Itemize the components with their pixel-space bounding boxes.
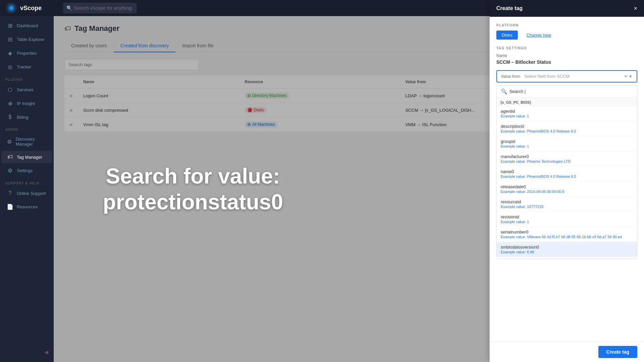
sidebar-item-label: Tag Manager [17, 155, 42, 160]
sidebar-item-table-explorer[interactable]: ⊟ Table Explorer [1, 33, 52, 46]
item-name: agentid [501, 109, 633, 114]
example-label: Example value: [501, 114, 526, 118]
item-name: serialnumber0 [501, 229, 633, 235]
tag-settings-section: Name SCCM – Bitlocker Status [496, 53, 637, 65]
example-label: Example value: [501, 220, 526, 224]
support-label: SUPPORT & HELP [0, 177, 54, 187]
item-example: Example value: 1 [501, 114, 633, 118]
item-name: name0 [501, 169, 633, 174]
sidebar-item-label: Tracker [17, 64, 32, 69]
item-name: revisionid [501, 214, 633, 219]
dropdown-item-softwareelementid0[interactable]: softwareelementid0 Example value: Phoeni… [497, 257, 637, 259]
sidebar-item-resources[interactable]: 📄 Resources [1, 200, 52, 213]
item-example: Example value: 1 [501, 220, 633, 224]
example-label: Example value: [501, 235, 526, 239]
item-example: Example value: 6.00 [501, 250, 633, 254]
item-name: resourceid [501, 199, 633, 204]
dropdown-search-input[interactable] [509, 89, 633, 94]
platform-disks-button[interactable]: Disks [496, 31, 518, 40]
svg-point-2 [10, 6, 13, 10]
dropdown-item-name0[interactable]: name0 Example value: PhoenixBIOS 4.0 Rel… [497, 166, 637, 182]
sidebar-item-tag-manager[interactable]: 🏷 Tag Manager [1, 151, 52, 163]
sidebar-item-discovery-manager[interactable]: ⚙ Discovery Manager [1, 133, 52, 150]
example-label: Example value: [501, 174, 526, 178]
value-from-select[interactable]: Select field from SCCM [523, 73, 629, 79]
item-example: Example value: PhoenixBIOS 4.0 Release 6… [501, 174, 633, 178]
table-icon: ⊟ [7, 36, 13, 43]
admin-label: ADMIN [0, 124, 54, 133]
sidebar-item-online-support[interactable]: ? Online Support [1, 187, 52, 200]
discovery-icon: ⚙ [7, 139, 12, 145]
resources-icon: 📄 [7, 204, 13, 210]
dropdown-item-serialnumber0[interactable]: serialnumber0 Example value: VMware-56 4… [497, 227, 637, 242]
search-icon: 🔍 [66, 5, 72, 11]
dropdown-item-agentid[interactable]: agentid Example value: 1 [497, 106, 637, 121]
sidebar-item-settings[interactable]: ⚙ Settings [1, 164, 52, 177]
sidebar-collapse: ◀ [0, 345, 54, 359]
settings-icon: ⚙ [7, 167, 13, 174]
properties-icon: ◈ [7, 50, 13, 56]
sidebar-item-label: Resources [17, 204, 38, 209]
value-from-label: Value from [501, 74, 520, 79]
example-value: PhoenixBIOS 4.0 Release 6.0 [527, 129, 576, 133]
services-icon: ⬡ [7, 87, 13, 93]
tracker-icon: ◎ [7, 64, 13, 70]
dropdown-container: 🔍 [v_GS_PC_BIOS] agentid Example value: … [496, 85, 637, 259]
item-name: description0 [501, 124, 633, 129]
item-example: Example value: PhoenixBIOS 4.0 Release 6… [501, 129, 633, 133]
item-example: Example value: Phoenix Technologies LTD [501, 159, 633, 163]
panel-close-button[interactable]: × [634, 5, 637, 11]
value-from-row: Value from Select field from SCCM ▼ [496, 70, 637, 83]
example-value: 1 [527, 220, 529, 224]
sidebar-item-properties[interactable]: ◈ Properties [1, 47, 52, 60]
logo-text: vScope [20, 5, 42, 12]
dropdown-item-description0[interactable]: description0 Example value: PhoenixBIOS … [497, 121, 637, 136]
tag-name-value: SCCM – Bitlocker Status [496, 59, 637, 65]
dropdown-search-row: 🔍 [497, 86, 637, 98]
example-label: Example value: [501, 190, 526, 194]
sidebar-item-ip-insight[interactable]: ⊕ IP Insight [1, 97, 52, 110]
sidebar-item-label: Table Explorer [17, 37, 45, 42]
sidebar-item-services[interactable]: ⬡ Services [1, 83, 52, 96]
dropdown-item-releasedate0[interactable]: releasedate0 Example value: 2016-04-05 0… [497, 182, 637, 197]
dropdown-item-smbiosbiosversion0[interactable]: smbiosbiosversion0 Example value: 6.00 [497, 242, 637, 257]
search-icon: 🔍 [501, 88, 507, 95]
sidebar-item-dashboard[interactable]: ⊞ Dashboard [1, 19, 52, 32]
sidebar: ⊞ Dashboard ⊟ Table Explorer ◈ Propertie… [0, 16, 54, 362]
tag-settings-label: TAG SETTINGS [496, 46, 637, 50]
example-value: 1 [527, 144, 529, 148]
sidebar-item-label: Settings [17, 168, 33, 173]
dropdown-item-groupid[interactable]: groupid Example value: 1 [497, 136, 637, 151]
sidebar-item-label: Discovery Manager [16, 137, 47, 147]
example-label: Example value: [501, 159, 526, 163]
billing-icon: $ [7, 114, 13, 120]
dropdown-item-resourceid[interactable]: resourceid Example value: 16777219 [497, 197, 637, 212]
sidebar-item-billing[interactable]: $ Billing [1, 111, 52, 123]
dropdown-item-manufacturer0[interactable]: manufacturer0 Example value: Phoenix Tec… [497, 151, 637, 166]
ip-insight-icon: ⊕ [7, 100, 13, 107]
support-icon: ? [7, 190, 13, 196]
item-name: groupid [501, 139, 633, 144]
dashboard-icon: ⊞ [7, 22, 13, 29]
platform-label: PLATFORM [496, 23, 637, 27]
example-value: 2016-04-05 00:00:00.0 [527, 190, 564, 194]
plugins-label: PLUGINS [0, 74, 54, 83]
example-label: Example value: [501, 144, 526, 148]
sidebar-item-label: IP Insight [17, 101, 35, 106]
create-tag-button[interactable]: Create tag [598, 346, 637, 358]
collapse-btn[interactable]: ◀ [44, 349, 48, 355]
example-label: Example value: [501, 129, 526, 133]
panel-body: PLATFORM Disks Change type TAG SETTINGS … [490, 17, 644, 342]
dropdown-group-header: [v_GS_PC_BIOS] [497, 98, 637, 106]
sidebar-item-label: Billing [17, 115, 29, 120]
topbar-search-input[interactable] [63, 3, 137, 13]
example-value: PhoenixBIOS 4.0 Release 6.0 [527, 174, 576, 178]
example-value: 6.00 [527, 250, 534, 254]
sidebar-item-tracker[interactable]: ◎ Tracker [1, 60, 52, 73]
example-value: 16777219 [527, 205, 543, 209]
logo: vScope [5, 2, 59, 14]
sidebar-item-label: Dashboard [17, 23, 38, 28]
create-tag-panel: Create tag × PLATFORM Disks Change type … [490, 0, 644, 362]
change-type-button[interactable]: Change type [521, 31, 557, 40]
dropdown-item-revisionid[interactable]: revisionid Example value: 1 [497, 212, 637, 227]
